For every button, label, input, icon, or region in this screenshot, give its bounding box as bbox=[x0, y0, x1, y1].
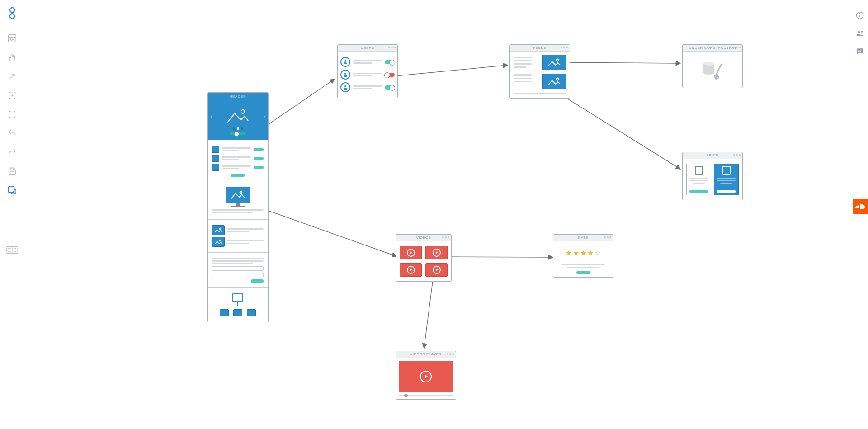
feed-image-1[interactable] bbox=[542, 55, 566, 70]
svg-point-21 bbox=[858, 31, 860, 33]
app-logo[interactable] bbox=[4, 5, 21, 22]
star-icon[interactable]: ★ bbox=[580, 249, 586, 257]
undo-icon[interactable] bbox=[5, 126, 20, 141]
user-toggle[interactable] bbox=[385, 60, 395, 64]
redo-icon[interactable] bbox=[5, 145, 20, 160]
header-gallery-section bbox=[208, 220, 268, 253]
pricing-plan-basic[interactable] bbox=[686, 164, 711, 195]
header-hero[interactable]: HEADER ‹ › bbox=[208, 93, 268, 140]
paint-bucket-icon bbox=[700, 58, 725, 81]
more-button[interactable] bbox=[231, 174, 245, 177]
text-input[interactable] bbox=[212, 273, 264, 277]
action-pill[interactable] bbox=[254, 157, 264, 160]
page-users[interactable]: USERS bbox=[337, 44, 398, 98]
play-icon[interactable] bbox=[420, 371, 432, 382]
export-icon[interactable] bbox=[5, 183, 20, 198]
star-icon[interactable]: ☆ bbox=[594, 249, 601, 257]
soundcloud-widget-icon[interactable] bbox=[853, 199, 868, 214]
header-form-section bbox=[208, 253, 268, 288]
play-icon bbox=[433, 266, 441, 274]
share-users-icon[interactable] bbox=[854, 27, 866, 40]
thumb-icon bbox=[212, 155, 219, 162]
video-thumb-4[interactable] bbox=[425, 263, 448, 277]
window-dots-icon bbox=[447, 353, 454, 355]
rating-stars[interactable]: ★ ★ ★ ★ ☆ bbox=[556, 249, 610, 257]
svg-point-52 bbox=[557, 78, 559, 80]
comments-icon[interactable] bbox=[854, 45, 866, 58]
star-icon[interactable]: ★ bbox=[566, 249, 572, 257]
svg-rect-28 bbox=[858, 205, 859, 208]
monitor-icon[interactable] bbox=[226, 187, 250, 207]
header-list-section bbox=[208, 140, 268, 181]
page-videos[interactable]: VIDEOS bbox=[396, 234, 452, 282]
svg-line-4 bbox=[9, 74, 14, 79]
fullscreen-icon[interactable] bbox=[5, 107, 20, 122]
select-plan-button[interactable] bbox=[717, 190, 736, 193]
star-icon[interactable]: ★ bbox=[587, 249, 594, 257]
window-dots-icon bbox=[561, 47, 568, 48]
window-dots-icon bbox=[442, 236, 449, 238]
page-price[interactable]: PRICE bbox=[682, 152, 743, 200]
svg-point-48 bbox=[344, 60, 346, 62]
svg-rect-29 bbox=[859, 205, 859, 209]
sitemap-child-node bbox=[233, 309, 242, 316]
video-thumb-2[interactable] bbox=[425, 246, 448, 259]
user-toggle[interactable] bbox=[385, 85, 395, 90]
text-input[interactable] bbox=[212, 279, 248, 283]
svg-rect-26 bbox=[856, 206, 857, 208]
select-plan-button[interactable] bbox=[689, 190, 708, 193]
video-player[interactable] bbox=[399, 361, 453, 392]
svg-line-31 bbox=[396, 65, 508, 76]
play-icon bbox=[407, 266, 415, 274]
text-input[interactable] bbox=[212, 266, 264, 271]
left-toolbar bbox=[0, 0, 24, 429]
play-icon bbox=[433, 249, 441, 257]
add-frame-icon[interactable] bbox=[5, 88, 20, 103]
svg-line-36 bbox=[424, 278, 433, 348]
diagram-canvas[interactable]: HEADER ‹ › bbox=[24, 0, 852, 429]
action-pill[interactable] bbox=[254, 166, 264, 169]
user-toggle[interactable] bbox=[385, 73, 395, 77]
header-monitor-section bbox=[208, 181, 268, 220]
video-thumb-3[interactable] bbox=[400, 263, 422, 277]
star-icon[interactable]: ★ bbox=[573, 249, 579, 257]
page-header[interactable]: HEADER ‹ › bbox=[207, 92, 269, 322]
page-header-title: HEADER bbox=[208, 94, 268, 99]
keyboard-icon[interactable] bbox=[5, 242, 20, 258]
page-construction[interactable]: UNDER CONSTRUCTION bbox=[682, 44, 743, 88]
info-icon[interactable] bbox=[854, 9, 866, 22]
svg-point-47 bbox=[220, 240, 221, 241]
svg-line-34 bbox=[250, 204, 396, 256]
image-placeholder-icon bbox=[225, 107, 250, 125]
save-icon[interactable] bbox=[5, 164, 20, 179]
video-progress[interactable] bbox=[399, 395, 453, 396]
svg-rect-0 bbox=[9, 7, 15, 13]
sitemap-child-node bbox=[220, 309, 229, 316]
components-panel-icon[interactable] bbox=[5, 31, 20, 46]
page-rate[interactable]: RATE ★ ★ ★ ★ ☆ bbox=[553, 234, 613, 278]
svg-point-49 bbox=[344, 73, 346, 75]
page-videos-player[interactable]: VIDEOS PLAYER bbox=[396, 351, 456, 400]
image-thumb-icon bbox=[212, 237, 225, 247]
feed-image-2[interactable] bbox=[542, 74, 566, 89]
svg-line-32 bbox=[566, 62, 680, 63]
submit-rating-button[interactable] bbox=[576, 271, 590, 274]
hand-tool-icon[interactable] bbox=[5, 50, 20, 65]
svg-rect-8 bbox=[10, 172, 14, 175]
page-feeds[interactable]: FEEDS bbox=[509, 44, 570, 99]
svg-rect-25 bbox=[855, 207, 856, 208]
pricing-plan-highlighted[interactable] bbox=[714, 164, 739, 195]
action-pill[interactable] bbox=[254, 148, 264, 151]
feed-text-lines bbox=[514, 55, 532, 84]
carousel-pager[interactable] bbox=[233, 127, 243, 130]
carousel-next-icon[interactable]: › bbox=[263, 113, 265, 120]
carousel-prev-icon[interactable]: ‹ bbox=[210, 113, 212, 120]
submit-button[interactable] bbox=[251, 279, 264, 283]
image-thumb-icon bbox=[212, 225, 225, 235]
video-thumb-1[interactable] bbox=[400, 246, 422, 259]
window-dots-icon bbox=[733, 154, 741, 156]
thumb-icon bbox=[212, 164, 219, 171]
arrow-tool-icon[interactable] bbox=[5, 69, 20, 84]
user-avatar-icon bbox=[340, 57, 350, 67]
hero-slider[interactable] bbox=[230, 132, 246, 135]
